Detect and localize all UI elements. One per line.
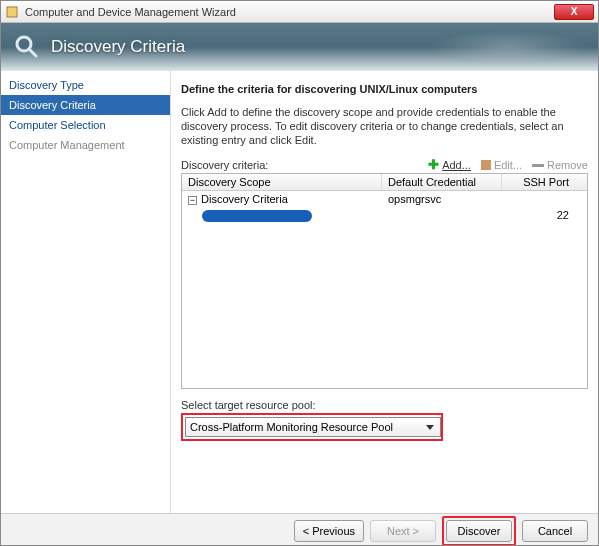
remove-button: Remove bbox=[532, 159, 588, 171]
discover-button[interactable]: Discover bbox=[446, 520, 512, 542]
minus-icon bbox=[532, 164, 544, 167]
wizard-sidebar: Discovery Type Discovery Criteria Comput… bbox=[1, 71, 171, 513]
cell-credential-child bbox=[382, 207, 502, 226]
col-credential[interactable]: Default Credential bbox=[382, 174, 502, 190]
section-heading: Define the criteria for discovering UNIX… bbox=[181, 83, 588, 95]
col-scope[interactable]: Discovery Scope bbox=[182, 174, 382, 190]
discover-highlight: Discover bbox=[442, 516, 516, 546]
resource-pool-select[interactable]: Cross-Platform Monitoring Resource Pool bbox=[185, 417, 441, 437]
cell-port-child: 22 bbox=[502, 207, 587, 226]
wizard-footer: < Previous Next > Discover Cancel bbox=[1, 513, 598, 546]
window-title: Computer and Device Management Wizard bbox=[25, 6, 554, 18]
table-row[interactable]: 22 bbox=[182, 207, 587, 226]
wizard-header: Discovery Criteria bbox=[1, 23, 598, 71]
plus-icon: ✚ bbox=[428, 160, 439, 170]
titlebar: Computer and Device Management Wizard X bbox=[1, 1, 598, 23]
next-button: Next > bbox=[370, 520, 436, 542]
pool-label: Select target resource pool: bbox=[181, 399, 588, 411]
pencil-icon bbox=[481, 160, 491, 170]
edit-button: Edit... bbox=[481, 159, 522, 171]
grid-body: −Discovery Criteria opsmgrsvc 22 bbox=[182, 191, 587, 388]
add-button[interactable]: ✚Add... bbox=[428, 159, 471, 171]
pool-value: Cross-Platform Monitoring Resource Pool bbox=[190, 421, 393, 433]
previous-button[interactable]: < Previous bbox=[294, 520, 364, 542]
section-description: Click Add to define the discovery scope … bbox=[181, 105, 588, 147]
grid-header: Discovery Scope Default Credential SSH P… bbox=[182, 174, 587, 191]
sidebar-item-discovery-criteria[interactable]: Discovery Criteria bbox=[1, 95, 170, 115]
cell-port bbox=[502, 191, 587, 207]
redacted-hostname bbox=[202, 210, 312, 222]
close-button[interactable]: X bbox=[554, 4, 594, 20]
grid-toolbar: ✚Add... Edit... Remove bbox=[428, 159, 588, 171]
close-icon: X bbox=[571, 6, 578, 17]
collapse-icon[interactable]: − bbox=[188, 196, 197, 205]
page-title: Discovery Criteria bbox=[51, 37, 185, 57]
sidebar-item-computer-selection[interactable]: Computer Selection bbox=[1, 115, 170, 135]
cell-scope: −Discovery Criteria bbox=[182, 191, 382, 207]
magnifier-icon bbox=[13, 33, 41, 61]
table-row[interactable]: −Discovery Criteria opsmgrsvc bbox=[182, 191, 587, 207]
app-icon bbox=[5, 5, 19, 19]
pool-highlight: Cross-Platform Monitoring Resource Pool bbox=[181, 413, 443, 441]
cancel-button[interactable]: Cancel bbox=[522, 520, 588, 542]
criteria-label: Discovery criteria: bbox=[181, 159, 268, 171]
scope-label: Discovery Criteria bbox=[201, 193, 288, 205]
sidebar-item-computer-management[interactable]: Computer Management bbox=[1, 135, 170, 155]
svg-line-2 bbox=[29, 49, 36, 56]
svg-rect-0 bbox=[7, 7, 17, 17]
col-port[interactable]: SSH Port bbox=[502, 174, 587, 190]
cell-scope-child bbox=[182, 207, 382, 226]
sidebar-item-discovery-type[interactable]: Discovery Type bbox=[1, 75, 170, 95]
criteria-grid: Discovery Scope Default Credential SSH P… bbox=[181, 173, 588, 389]
cell-credential: opsmgrsvc bbox=[382, 191, 502, 207]
main-panel: Define the criteria for discovering UNIX… bbox=[171, 71, 598, 513]
